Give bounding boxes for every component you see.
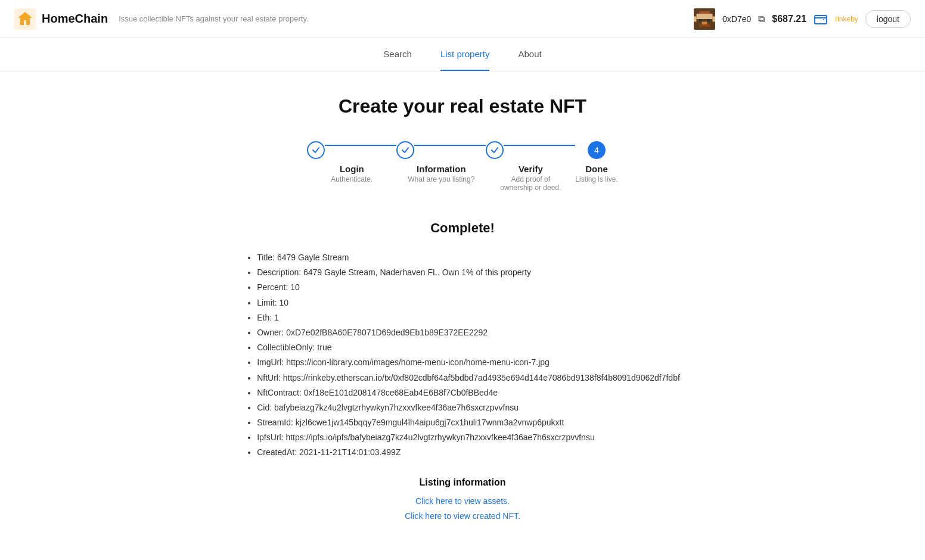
svg-rect-2 <box>699 11 710 14</box>
list-item: ImgUrl: https://icon-library.com/images/… <box>257 355 680 370</box>
list-item: IpfsUrl: https://ipfs.io/ipfs/bafybeiazg… <box>257 430 680 445</box>
logout-button[interactable]: logout <box>865 10 911 28</box>
step-login-circle <box>307 141 325 159</box>
logo-area: HomeChain Issue collectible NFTs against… <box>14 8 309 30</box>
app-name: HomeChain <box>42 12 108 26</box>
step-line-2 <box>414 145 486 146</box>
step-login-label: Login <box>340 164 364 174</box>
step-login: Login Authenticate. <box>307 141 396 183</box>
list-item: NftContract: 0xf18eE101d2081478ce68Eab4E… <box>257 385 680 400</box>
step-verify-sublabel: Add proof of ownership or deed. <box>495 175 566 192</box>
step-info-sublabel: What are you listing? <box>408 175 474 183</box>
list-item: Title: 6479 Gayle Stream <box>257 250 680 265</box>
network-label: rinkeby <box>835 15 858 23</box>
app-tagline: Issue collectible NFTs against your real… <box>119 14 308 23</box>
svg-rect-4 <box>699 19 702 22</box>
main-content: Create your real estate NFT Login Authen… <box>194 71 731 547</box>
svg-rect-10 <box>697 11 700 14</box>
step-login-header <box>307 141 396 159</box>
wallet-balance: $687.21 <box>772 14 806 24</box>
list-item: CreatedAt: 2021-11-21T14:01:03.499Z <box>257 445 680 460</box>
complete-title: Complete! <box>206 220 719 236</box>
list-item: Percent: 10 <box>257 280 680 295</box>
svg-rect-7 <box>702 21 707 24</box>
nav: Search List property About <box>0 38 925 71</box>
step-info-header <box>396 141 486 159</box>
svg-rect-5 <box>707 19 710 22</box>
complete-details-container: Title: 6479 Gayle StreamDescription: 647… <box>206 250 719 461</box>
svg-rect-9 <box>713 16 716 21</box>
step-verify-header <box>486 141 575 159</box>
step-line-1 <box>325 145 396 146</box>
list-item: Description: 6479 Gayle Stream, Naderhav… <box>257 265 680 280</box>
list-item: Limit: 10 <box>257 295 680 310</box>
header: HomeChain Issue collectible NFTs against… <box>0 0 925 38</box>
step-done-circle: 4 <box>588 141 606 159</box>
nav-item-about[interactable]: About <box>518 38 541 71</box>
step-verify: Verify Add proof of ownership or deed. <box>486 141 575 192</box>
list-item: StreamId: kjzl6cwe1jw145bqqy7e9mgul4lh4a… <box>257 415 680 430</box>
step-info-label: Information <box>417 164 466 174</box>
svg-rect-6 <box>699 24 710 27</box>
check-icon-verify <box>491 146 499 154</box>
list-item: Eth: 1 <box>257 310 680 325</box>
copy-icon[interactable]: ⧉ <box>758 14 765 24</box>
list-item: CollectibleOnly: true <box>257 340 680 355</box>
check-icon-login <box>312 146 320 154</box>
view-assets-link[interactable]: Click here to view assets. <box>206 494 719 509</box>
logo-icon <box>14 8 36 30</box>
wallet-avatar <box>694 8 715 30</box>
list-item: Cid: bafybeiazg7kz4u2lvgtzrhywkyn7hzxxvf… <box>257 400 680 415</box>
svg-rect-11 <box>710 11 713 14</box>
step-verify-circle <box>486 141 504 159</box>
nav-item-list-property[interactable]: List property <box>440 38 490 71</box>
step-done-sublabel: Listing is live. <box>575 175 617 183</box>
check-icon-info <box>401 146 409 154</box>
step-done: 4 Done Listing is live. <box>575 141 617 183</box>
steps-indicator: Login Authenticate. Information What are… <box>206 141 719 192</box>
step-line-3 <box>504 145 575 146</box>
svg-rect-3 <box>697 14 713 19</box>
wallet-info: rinkeby <box>835 15 858 23</box>
list-item: Owner: 0xD7e02fB8A60E78071D69ded9Eb1b89E… <box>257 325 680 340</box>
page-title: Create your real estate NFT <box>206 95 719 117</box>
wallet-icon <box>814 12 828 26</box>
step-information: Information What are you listing? <box>396 141 486 183</box>
list-item: NftUrl: https://rinkeby.etherscan.io/tx/… <box>257 371 680 385</box>
step-info-circle <box>396 141 414 159</box>
nav-item-search[interactable]: Search <box>383 38 412 71</box>
view-nft-link[interactable]: Click here to view created NFT. <box>206 509 719 524</box>
step-login-sublabel: Authenticate. <box>331 175 373 183</box>
header-right: 0xD7e0 ⧉ $687.21 rinkeby logout <box>694 8 911 30</box>
listing-info-title: Listing information <box>206 477 719 488</box>
step-done-label: Done <box>585 164 608 174</box>
svg-rect-12 <box>815 15 827 24</box>
step-verify-label: Verify <box>519 164 543 174</box>
listing-details-list: Title: 6479 Gayle StreamDescription: 647… <box>245 250 680 461</box>
wallet-address: 0xD7e0 <box>722 14 751 24</box>
svg-rect-8 <box>694 16 697 21</box>
step-done-header: 4 <box>588 141 606 159</box>
